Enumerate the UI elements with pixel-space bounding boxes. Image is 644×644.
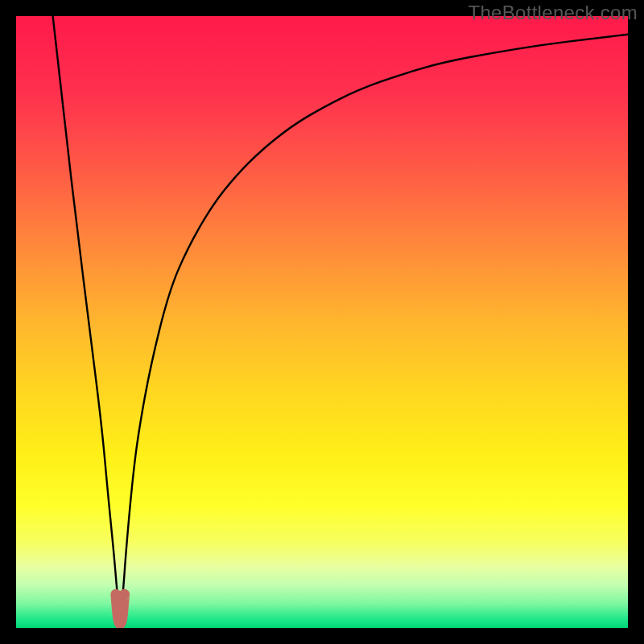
bottleneck-chart bbox=[16, 16, 628, 628]
optimal-marker-path bbox=[116, 594, 125, 624]
chart-frame: TheBottleneck.com bbox=[0, 0, 644, 644]
watermark-text: TheBottleneck.com bbox=[468, 2, 638, 24]
